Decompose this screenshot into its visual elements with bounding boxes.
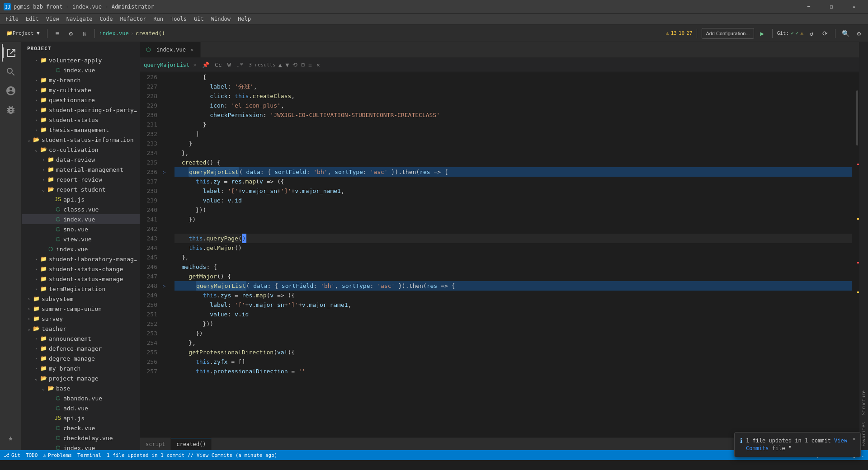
menu-edit[interactable]: Edit (22, 14, 42, 24)
project-dropdown[interactable]: 📁 Project ▼ (4, 28, 42, 39)
status-terminal[interactable]: Terminal (77, 452, 101, 458)
toolbar-icon-list[interactable]: ≡ (52, 28, 63, 39)
sidebar-item-thesis[interactable]: › 📁 thesis-management (22, 125, 140, 135)
code-line-240: })) (175, 205, 852, 215)
tab-script[interactable]: script (140, 438, 171, 451)
sidebar-item-my-branch-2[interactable]: › 📁 my-branch (22, 363, 140, 373)
sync-icon[interactable]: ↺ (806, 28, 817, 39)
sidebar-item-api-js-2[interactable]: JS api.js (22, 413, 140, 423)
sidebar-item-student-lab[interactable]: › 📁 student-laboratory-manageme... (22, 254, 140, 264)
find-nav-wrap[interactable]: ⟲ (292, 61, 297, 68)
scrollbar-thumb[interactable] (856, 90, 858, 145)
tab-created[interactable]: created() (171, 438, 212, 451)
sidebar-item-index-vue-1[interactable]: ⬡ index.vue (22, 65, 140, 75)
breadcrumb-file: index.vue (99, 30, 129, 37)
git-label: Git: (777, 30, 789, 36)
sidebar-item-index-vue-base[interactable]: ⬡ index.vue (22, 443, 140, 450)
activity-debug[interactable] (2, 101, 20, 119)
folder-open-icon: 📂 (40, 375, 47, 381)
chevron-right-icon: › (25, 296, 33, 301)
sidebar-item-base[interactable]: ⌄ 📂 base (22, 383, 140, 393)
sidebar-item-survey[interactable]: › 📁 survey (22, 314, 140, 324)
menu-file[interactable]: File (2, 14, 22, 24)
toolbar-icon-settings[interactable]: ⚙ (66, 28, 76, 39)
tab-close-button[interactable]: ✕ (189, 46, 196, 53)
sidebar-item-sno-vue[interactable]: ⬡ sno.vue (22, 224, 140, 234)
menu-view[interactable]: View (42, 14, 63, 24)
code-content[interactable]: { label: '分班', click: this.createClass, … (171, 72, 852, 437)
sidebar-item-questionnaire[interactable]: › 📁 questionnaire (22, 95, 140, 105)
sidebar-item-index-vue-co[interactable]: ⬡ index.vue (22, 244, 140, 254)
sidebar-item-defence-manager[interactable]: › 📁 defence-manager (22, 343, 140, 353)
sidebar-item-student-status-change[interactable]: › 📁 student-status-change (22, 264, 140, 274)
sidebar-item-material-management[interactable]: › 📁 material-management (22, 164, 140, 174)
sidebar-item-checkdelay-vue[interactable]: ⬡ checkdelay.vue (22, 433, 140, 443)
sidebar-item-student-status[interactable]: › 📁 student-status (22, 115, 140, 125)
activity-favorites[interactable]: ★ (2, 428, 20, 446)
sidebar-item-view-vue[interactable]: ⬡ view.vue (22, 234, 140, 244)
sidebar-item-api-js-1[interactable]: JS api.js (22, 194, 140, 204)
sidebar-item-my-branch[interactable]: › 📁 my-branch (22, 75, 140, 85)
structure-panel-label[interactable]: Structure (860, 387, 867, 418)
run-button[interactable]: ▶ (757, 28, 768, 39)
sidebar-item-data-review[interactable]: › 📁 data-review (22, 155, 140, 164)
sidebar-item-add-vue[interactable]: ⬡ add.vue (22, 403, 140, 413)
find-nav-close[interactable]: ✕ (316, 61, 320, 68)
status-todo[interactable]: TODO (26, 452, 38, 458)
search-toolbar-icon[interactable]: 🔍 (840, 28, 851, 39)
svg-text:IJ: IJ (5, 5, 10, 9)
chevron-right-icon: › (33, 108, 40, 113)
settings-toolbar-icon[interactable]: ⚙ (854, 28, 864, 39)
menu-help[interactable]: Help (234, 14, 255, 24)
sidebar-item-check-vue[interactable]: ⬡ check.vue (22, 423, 140, 433)
menu-git[interactable]: Git (190, 14, 208, 24)
find-nav-up[interactable]: ▲ (278, 61, 282, 68)
sidebar-item-term-registration[interactable]: › 📁 termRegistration (22, 284, 140, 294)
menu-run[interactable]: Run (150, 14, 167, 24)
sidebar-item-summer-camp[interactable]: › 📁 summer-camp-union (22, 304, 140, 314)
code-line-233: } (175, 139, 852, 148)
toolbar-icon-sort[interactable]: ⇅ (79, 28, 90, 39)
sidebar-item-student-status-info[interactable]: ⌄ 📂 student-status-information (22, 135, 140, 145)
sidebar-item-report-review[interactable]: › 📁 report-review (22, 174, 140, 184)
status-git[interactable]: ⎇ Git (4, 452, 20, 458)
add-configuration-button[interactable]: Add Configuration... (702, 28, 754, 39)
minimize-button[interactable]: ─ (798, 0, 819, 14)
sidebar-item-classs-vue[interactable]: ⬡ classs.vue (22, 204, 140, 214)
revert-icon[interactable]: ⟳ (820, 28, 830, 39)
code-editor[interactable]: 226 227 228 229 230 231 232 233 234 235 … (140, 72, 859, 437)
activity-search[interactable] (2, 63, 20, 81)
scrollbar-track[interactable] (852, 72, 859, 437)
sidebar-item-volunteer-apply[interactable]: › 📁 volunteer-apply (22, 55, 140, 65)
menu-refactor[interactable]: Refactor (116, 14, 150, 24)
close-button[interactable]: ✕ (844, 0, 864, 14)
toast-close-button[interactable]: ✕ (850, 435, 858, 442)
sidebar-item-my-cultivate[interactable]: › 📁 my-cultivate (22, 85, 140, 95)
tab-index-vue[interactable]: ⬡ index.vue ✕ (140, 42, 201, 57)
status-update-text[interactable]: 1 file updated in 1 commit // View Commi… (107, 452, 278, 458)
find-nav-down[interactable]: ▼ (286, 61, 289, 68)
status-problems[interactable]: ⚠ Problems (43, 452, 72, 458)
sidebar-item-abandon-vue[interactable]: ⬡ abandon.vue (22, 393, 140, 403)
menu-navigate[interactable]: Navigate (63, 14, 96, 24)
sidebar-item-student-pairing[interactable]: › 📁 student-pairing-of-party-memb... (22, 105, 140, 115)
sidebar-item-index-vue-active[interactable]: ⬡ index.vue (22, 214, 140, 224)
find-nav-filter[interactable]: ⊟ (301, 61, 305, 68)
menu-window[interactable]: Window (208, 14, 234, 24)
sidebar-item-co-cultivation[interactable]: ⌄ 📂 co-cultivation (22, 145, 140, 155)
sidebar-tree[interactable]: › 📁 volunteer-apply ⬡ index.vue › 📁 my-b… (22, 55, 140, 450)
sidebar-item-announcement[interactable]: › 📁 announcement (22, 334, 140, 343)
sidebar-item-teacher[interactable]: ⌄ 📂 teacher (22, 324, 140, 334)
menu-tools[interactable]: Tools (167, 14, 190, 24)
activity-explorer[interactable] (2, 44, 20, 62)
find-nav-match[interactable]: ≡ (308, 61, 312, 68)
activity-git[interactable] (2, 82, 20, 100)
favorites-panel-label[interactable]: Favorites (860, 418, 867, 450)
sidebar-item-subsystem[interactable]: › 📁 subsystem (22, 294, 140, 304)
sidebar-item-report-student[interactable]: ⌄ 📂 report-student (22, 184, 140, 194)
sidebar-item-project-manage[interactable]: ⌄ 📂 project-manage (22, 373, 140, 383)
menu-code[interactable]: Code (96, 14, 117, 24)
sidebar-item-student-status-manage[interactable]: › 📁 student-status-manage (22, 274, 140, 284)
maximize-button[interactable]: □ (821, 0, 842, 14)
sidebar-item-degree-manage[interactable]: › 📁 degree-manage (22, 353, 140, 363)
